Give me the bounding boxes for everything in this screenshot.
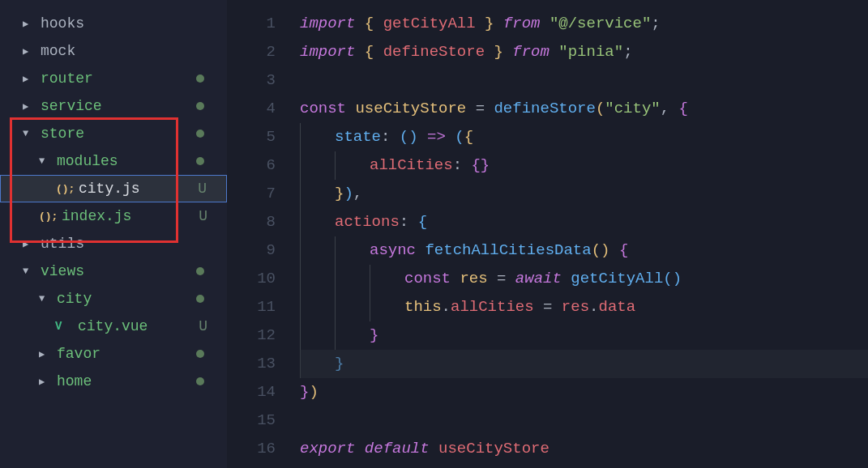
token-brace: ( [663,265,672,293]
tree-file-index-js[interactable]: (); index.js [0,202,227,230]
tree-folder-home[interactable]: ▶ home [0,368,227,395]
token-brace: { [365,10,383,38]
code-line[interactable]: const res = await getCityAll() [300,265,868,293]
file-label: city.vue [78,318,148,334]
file-explorer-sidebar[interactable]: ▶ hooks ▶ mock ▶ router ▶ service ▼ stor… [0,0,227,468]
folder-label: store [41,126,84,142]
token-string: "@/service" [549,10,651,38]
token-brace: { [679,95,688,123]
tree-folder-city[interactable]: ▼ city [0,285,227,313]
token-brace: } [335,350,344,378]
file-label: city.js [79,181,140,197]
token-brace: ) [601,236,619,265]
vue-file-icon: V [55,320,73,333]
token-brace: } [485,38,503,66]
line-number: 2 [227,38,276,66]
token-identifier: defineStore [383,38,485,66]
code-line[interactable] [300,406,868,435]
code-line[interactable]: allCities: {} [300,151,868,180]
token-func: fetchAllCitiesData [425,236,591,265]
tree-folder-views[interactable]: ▼ views [0,257,227,285]
token-brace: } [370,321,378,350]
token-op: = [488,265,515,293]
token-brace: { [365,38,383,66]
code-line[interactable]: actions: { [300,208,868,236]
folder-label: utils [41,236,84,252]
line-number: 4 [227,95,276,123]
tree-file-city-vue[interactable]: V city.vue [0,313,227,340]
tree-folder-store[interactable]: ▼ store [0,120,227,147]
token-brace: { [464,123,473,151]
chevron-right-icon: ▶ [23,18,34,30]
token-dot: . [589,293,598,321]
code-line[interactable] [300,66,868,95]
token-brace: ) [408,123,427,151]
code-line[interactable]: import { getCityAll } from "@/service"; [300,10,868,38]
token-brace: ( [400,123,408,151]
token-prop: allCities [370,151,453,180]
token-string: "pinia" [558,38,623,66]
token-prop: data [598,293,635,321]
token-keyword: async [370,236,425,265]
folder-label: service [41,98,102,114]
token-func: defineStore [494,95,595,123]
line-number: 6 [227,151,276,180]
code-line[interactable]: } [300,321,868,350]
token-brace: } [476,10,494,38]
token-keyword: const [300,95,355,123]
tree-folder-utils[interactable]: ▶ utils [0,230,227,257]
line-number: 9 [227,236,276,265]
code-line[interactable]: }), [300,180,868,208]
token-brace: ( [592,236,601,265]
tree-file-city-js[interactable]: (); city.js [0,175,227,202]
tree-folder-service[interactable]: ▶ service [0,92,227,120]
folder-label: city [57,291,92,307]
line-number: 5 [227,123,276,151]
code-line[interactable]: import { defineStore } from "pinia"; [300,38,868,66]
tree-folder-favor[interactable]: ▶ favor [0,340,227,368]
token-brace: ( [455,123,464,151]
token-comma: , [661,95,679,123]
token-op: = [466,95,494,123]
token-colon: : [381,123,400,151]
chevron-down-icon: ▼ [39,155,50,167]
chevron-right-icon: ▶ [39,348,50,360]
token-dot: . [442,293,451,321]
token-string: "city" [605,95,660,123]
chevron-down-icon: ▼ [23,266,34,277]
code-content[interactable]: import { getCityAll } from "@/service"; … [300,10,868,468]
folder-label: views [41,263,84,279]
code-line[interactable]: this.allCities = res.data [300,293,868,321]
token-brace: ( [596,95,605,123]
folder-label: home [57,373,92,389]
code-line[interactable]: }) [300,378,868,406]
code-editor[interactable]: 1 2 3 4 5 6 7 8 9 10 11 12 13 14 15 16 i… [227,0,868,468]
token-keyword: from [503,38,558,66]
chevron-right-icon: ▶ [23,238,34,250]
line-number: 7 [227,180,276,208]
token-semi: ; [651,10,660,38]
token-brace: { [418,208,427,236]
code-line[interactable]: state: () => ({ [300,123,868,151]
token-brace: { [619,236,628,265]
line-number: 11 [227,293,276,321]
token-prop: allCities [451,293,534,321]
token-keyword: default [365,435,438,463]
code-line[interactable]: } [300,350,868,378]
chevron-down-icon: ▼ [39,293,50,304]
code-line[interactable]: async fetchAllCitiesData() { [300,236,868,265]
folder-label: mock [41,43,75,59]
folder-label: hooks [41,15,84,32]
token-brace: } [335,180,344,208]
line-number: 10 [227,265,276,293]
tree-folder-modules[interactable]: ▼ modules [0,147,227,175]
tree-folder-router[interactable]: ▶ router [0,65,227,92]
code-line[interactable]: export default useCityStore [300,435,868,463]
code-line[interactable]: const useCityStore = defineStore("city",… [300,95,868,123]
tree-folder-mock[interactable]: ▶ mock [0,37,227,65]
token-this: this [404,293,442,321]
tree-folder-hooks[interactable]: ▶ hooks [0,10,227,37]
token-arrow: => [427,123,455,151]
line-number: 16 [227,435,276,463]
token-prop: actions [335,208,400,236]
